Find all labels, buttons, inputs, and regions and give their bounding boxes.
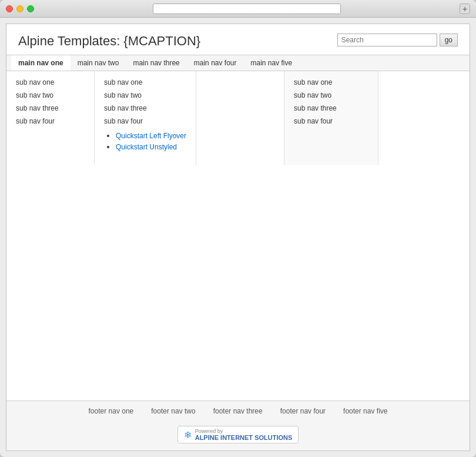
powered-brand-text: Alpine Internet Solutions: [195, 434, 293, 441]
search-area: go: [337, 34, 458, 46]
main-nav-item-1[interactable]: main nav one: [11, 55, 71, 71]
main-nav-item-4[interactable]: main nav four: [187, 55, 244, 71]
close-button[interactable]: [6, 5, 13, 12]
quickstart-left-flyover-link[interactable]: Quickstart Left Flyover: [116, 132, 186, 140]
footer-nav: footer nav one footer nav two footer nav…: [6, 401, 470, 421]
footer-nav-item-4[interactable]: footer nav four: [280, 407, 326, 415]
maximize-button[interactable]: [27, 5, 34, 12]
sub-nav-col2-links: Quickstart Left Flyover Quickstart Unsty…: [95, 128, 196, 152]
footer-nav-item-3[interactable]: footer nav three: [213, 407, 263, 415]
footer-nav-item-2[interactable]: footer nav two: [151, 407, 195, 415]
sub-nav-col2-item-4[interactable]: sub nav four: [95, 115, 196, 128]
page-title: Alpine Templates: {MCAPTION}: [18, 34, 200, 49]
titlebar-right: +: [460, 4, 470, 14]
list-item: Quickstart Left Flyover: [116, 130, 186, 141]
search-button[interactable]: go: [440, 34, 458, 46]
main-nav-item-3[interactable]: main nav three: [126, 55, 186, 71]
traffic-lights: [6, 5, 34, 12]
titlebar: +: [0, 0, 476, 18]
sub-nav-col-4: sub nav one sub nav two sub nav three su…: [284, 71, 378, 165]
powered-badge: ❄ Powered by Alpine Internet Solutions: [177, 426, 299, 443]
titlebar-center: [34, 4, 460, 14]
footer-nav-item-5[interactable]: footer nav five: [343, 407, 387, 415]
main-nav-item-5[interactable]: main nav five: [243, 55, 299, 71]
main-nav-item-2[interactable]: main nav two: [71, 55, 126, 71]
main-nav: main nav one main nav two main nav three…: [6, 55, 470, 71]
sub-nav-col1-item-4[interactable]: sub nav four: [6, 115, 94, 128]
quickstart-unstyled-link[interactable]: Quickstart Unstyled: [116, 143, 177, 151]
sub-nav-col-3-spacer: [196, 71, 284, 165]
sub-nav-col4-item-1[interactable]: sub nav one: [284, 76, 378, 89]
minimize-button[interactable]: [16, 5, 24, 12]
page-container: Alpine Templates: {MCAPTION} go main nav…: [6, 24, 470, 451]
sub-nav-col2-item-1[interactable]: sub nav one: [95, 76, 196, 89]
sub-nav-col-2: sub nav one sub nav two sub nav three su…: [95, 71, 196, 165]
search-input[interactable]: [337, 34, 437, 46]
url-bar[interactable]: [153, 4, 341, 14]
browser-window: + Alpine Templates: {MCAPTION} go main n…: [0, 0, 476, 457]
sub-nav-col-1: sub nav one sub nav two sub nav three su…: [6, 71, 95, 165]
sub-nav-col2-item-2[interactable]: sub nav two: [95, 89, 196, 102]
nav-dropdown-area: sub nav one sub nav two sub nav three su…: [6, 71, 470, 165]
main-content: [6, 165, 470, 401]
sub-nav-col1-item-2[interactable]: sub nav two: [6, 89, 94, 102]
footer-powered: ❄ Powered by Alpine Internet Solutions: [6, 421, 470, 451]
powered-text-block: Powered by Alpine Internet Solutions: [195, 428, 293, 441]
list-item: Quickstart Unstyled: [116, 141, 186, 152]
new-tab-button[interactable]: +: [460, 4, 470, 14]
sub-nav-col1-item-3[interactable]: sub nav three: [6, 102, 94, 115]
sub-nav-col2-item-3[interactable]: sub nav three: [95, 102, 196, 115]
sub-nav-col4-item-2[interactable]: sub nav two: [284, 89, 378, 102]
sub-nav-col4-item-4[interactable]: sub nav four: [284, 115, 378, 128]
page-header: Alpine Templates: {MCAPTION} go: [6, 24, 470, 55]
sub-nav-col1-item-1[interactable]: sub nav one: [6, 76, 94, 89]
snowflake-icon: ❄: [184, 429, 192, 441]
sub-nav-col4-item-3[interactable]: sub nav three: [284, 102, 378, 115]
powered-by-text: Powered by: [195, 428, 293, 434]
footer-nav-item-1[interactable]: footer nav one: [89, 407, 134, 415]
